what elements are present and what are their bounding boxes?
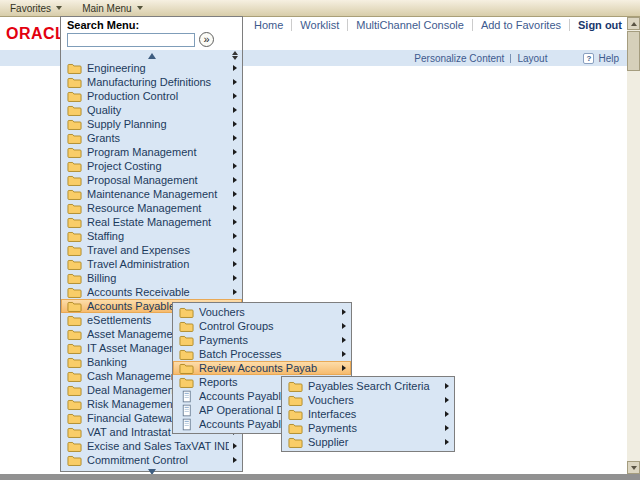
menu-item[interactable]: Billing: [61, 271, 242, 285]
menu-item[interactable]: Control Groups: [173, 319, 351, 333]
menu-resize-handle[interactable]: [232, 51, 238, 60]
menu-item[interactable]: Quality: [61, 103, 242, 117]
menu-item-label: Travel and Expenses: [87, 244, 229, 256]
nav-link[interactable]: Home: [246, 19, 291, 31]
menu-item[interactable]: Vouchers: [282, 393, 454, 407]
help-icon: ?: [583, 53, 594, 64]
submenu-arrow-icon: [233, 457, 237, 463]
folder-icon: [67, 62, 82, 75]
menu-item[interactable]: Grants: [61, 131, 242, 145]
favorites-menu-button[interactable]: Favorites: [0, 0, 72, 16]
menu-item[interactable]: Commitment Control: [61, 453, 242, 467]
folder-icon: [288, 394, 303, 407]
window-bottom-edge: [0, 474, 640, 480]
menu-item-label: Excise and Sales TaxVAT IND: [87, 440, 229, 452]
menu-search-input[interactable]: [67, 33, 195, 47]
submenu-arrow-icon: [233, 275, 237, 281]
folder-icon: [67, 76, 82, 89]
nav-link[interactable]: Worklist: [291, 19, 347, 31]
menu-item[interactable]: Production Control: [61, 89, 242, 103]
folder-icon: [67, 286, 82, 299]
menu-scroll-up[interactable]: [61, 50, 242, 61]
menu-item-label: Production Control: [87, 90, 229, 102]
vertical-scrollbar[interactable]: [627, 17, 640, 474]
submenu-arrow-icon: [342, 323, 346, 329]
menu-item[interactable]: Real Estate Management: [61, 215, 242, 229]
submenu-arrow-icon: [233, 205, 237, 211]
submenu-arrow-icon: [233, 121, 237, 127]
menu-item-label: Vouchers: [308, 394, 441, 406]
menu-item[interactable]: Engineering: [61, 61, 242, 75]
menu-item[interactable]: Travel Administration: [61, 257, 242, 271]
menu-item[interactable]: Travel and Expenses: [61, 243, 242, 257]
folder-icon: [67, 202, 82, 215]
menu-item[interactable]: Supply Planning: [61, 117, 242, 131]
nav-link[interactable]: MultiChannel Console: [347, 19, 472, 31]
main-menu-button[interactable]: Main Menu: [72, 0, 152, 16]
peoplesoft-portal-screen: Favorites Main Menu ORACLE HomeWorklistM…: [0, 0, 640, 480]
submenu-arrow-icon: [233, 233, 237, 239]
folder-icon: [67, 440, 82, 453]
personalize-content-link[interactable]: Personalize Content: [414, 53, 504, 64]
folder-icon: [179, 334, 194, 347]
scrollbar-thumb[interactable]: [627, 31, 640, 71]
menu-item[interactable]: Project Costing: [61, 159, 242, 173]
help-link[interactable]: Help: [598, 53, 619, 64]
scrollbar-down-button[interactable]: [627, 461, 640, 474]
folder-icon: [67, 258, 82, 271]
menu-item[interactable]: Proposal Management: [61, 173, 242, 187]
folder-icon: [67, 146, 82, 159]
page-icon: [179, 404, 194, 417]
menu-item[interactable]: Resource Management: [61, 201, 242, 215]
menu-item[interactable]: Supplier: [282, 435, 454, 449]
menu-item[interactable]: Accounts Receivable: [61, 285, 242, 299]
menu-item-label: Accounts Receivable: [87, 286, 229, 298]
submenu-arrow-icon: [233, 289, 237, 295]
menu-item[interactable]: Payables Search Criteria: [282, 379, 454, 393]
submenu-arrow-icon: [445, 425, 449, 431]
submenu-arrow-icon: [445, 411, 449, 417]
nav-link[interactable]: Add to Favorites: [472, 19, 569, 31]
sign-out-link[interactable]: Sign out: [569, 19, 624, 31]
menu-item[interactable]: Payments: [173, 333, 351, 347]
submenu-arrow-icon: [233, 163, 237, 169]
folder-icon: [67, 412, 82, 425]
folder-icon: [179, 362, 194, 375]
submenu-arrow-icon: [445, 383, 449, 389]
menu-item[interactable]: Vouchers: [173, 305, 351, 319]
mini-down-icon: [232, 56, 238, 60]
scrollbar-up-icon: [631, 22, 637, 26]
menu-item[interactable]: Interfaces: [282, 407, 454, 421]
scrollbar-up-button[interactable]: [627, 17, 640, 30]
menu-search-go-button[interactable]: »: [199, 32, 214, 47]
layout-link[interactable]: Layout: [517, 53, 547, 64]
menu-item[interactable]: Excise and Sales TaxVAT IND: [61, 439, 242, 453]
nav-link-label: Add to Favorites: [481, 19, 561, 31]
review-accounts-payable-submenu: Payables Search Criteria Vouchers: [281, 376, 455, 452]
menu-item-label: Supply Planning: [87, 118, 229, 130]
submenu-arrow-icon: [233, 219, 237, 225]
menu-item[interactable]: Manufacturing Definitions: [61, 75, 242, 89]
menu-item[interactable]: Review Accounts Payab: [173, 361, 351, 375]
menu-item[interactable]: Maintenance Management: [61, 187, 242, 201]
menu-item-label: Grants: [87, 132, 229, 144]
folder-icon: [67, 426, 82, 439]
folder-icon: [67, 314, 82, 327]
menu-item-label: Quality: [87, 104, 229, 116]
submenu-arrow-icon: [233, 135, 237, 141]
folder-icon: [67, 104, 82, 117]
menu-item[interactable]: Program Management: [61, 145, 242, 159]
submenu-arrow-icon: [342, 365, 346, 371]
folder-icon: [67, 230, 82, 243]
folder-icon: [67, 454, 82, 467]
folder-icon: [288, 436, 303, 449]
submenu-arrow-icon: [342, 309, 346, 315]
menu-item-label: Maintenance Management: [87, 188, 229, 200]
folder-icon: [288, 408, 303, 421]
menu-item-label: Staffing: [87, 230, 229, 242]
submenu-arrow-icon: [233, 247, 237, 253]
menu-item[interactable]: Staffing: [61, 229, 242, 243]
menu-item[interactable]: Payments: [282, 421, 454, 435]
menu-item[interactable]: Batch Processes: [173, 347, 351, 361]
folder-icon: [67, 216, 82, 229]
